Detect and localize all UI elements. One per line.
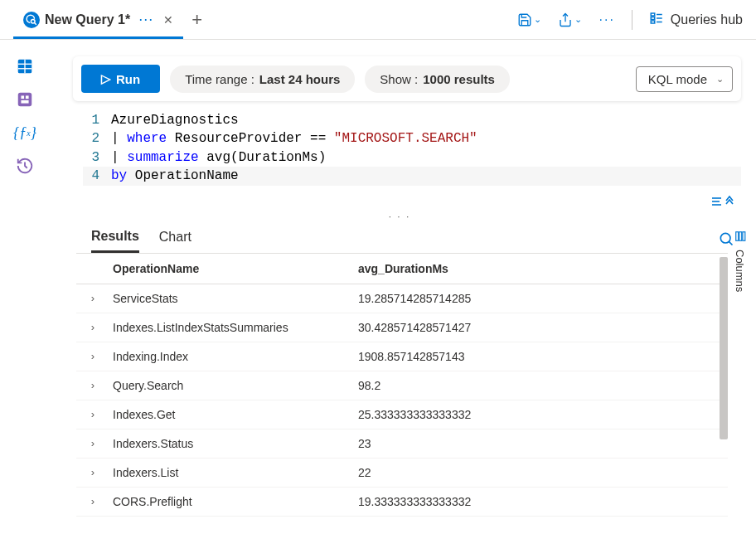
show-pill[interactable]: Show : 1000 results	[365, 66, 510, 93]
cell-avg: 25.333333333333332	[358, 408, 728, 421]
cell-avg: 30.428571428571427	[358, 321, 728, 334]
expand-icon[interactable]: ›	[76, 408, 109, 420]
table-row[interactable]: ›Indexing.Index1908.857142857143	[76, 342, 728, 371]
functions-icon[interactable]: {ƒx}	[15, 123, 35, 143]
table-row[interactable]: ›Indexers.Status23	[76, 429, 728, 459]
cell-operation: Query.Search	[109, 379, 358, 392]
cell-avg: 19.333333333333332	[358, 495, 728, 508]
show-value: 1000 results	[423, 72, 495, 86]
table-row[interactable]: ›Indexes.ListIndexStatsSummaries30.42857…	[76, 313, 728, 342]
table-row[interactable]: ›Query.Search98.2	[76, 371, 728, 400]
editor-line[interactable]: 2| where ResourceProvider == "MICROSOFT.…	[83, 129, 741, 148]
table-header: OperationName avg_DurationMs	[76, 254, 728, 284]
time-range-value: Last 24 hours	[259, 72, 341, 86]
expand-icon[interactable]: ›	[76, 350, 109, 362]
tab-strip: New Query 1* ··· ✕ +	[13, 1, 517, 39]
tab-title: New Query 1*	[45, 12, 130, 27]
queries-hub-button[interactable]: Queries hub	[649, 11, 743, 29]
table-row[interactable]: ›ServiceStats19.285714285714285	[76, 284, 728, 313]
svg-rect-4	[651, 21, 655, 23]
run-button[interactable]: ▷ Run	[81, 65, 160, 93]
collapse-bar	[50, 194, 749, 209]
save-button[interactable]: ⌄	[517, 12, 541, 27]
svg-rect-13	[21, 95, 24, 99]
expand-icon[interactable]: ›	[76, 437, 109, 449]
query-editor[interactable]: 1AzureDiagnostics2| where ResourceProvid…	[50, 111, 749, 194]
chevron-down-icon: ⌄	[716, 74, 724, 85]
main-area: {ƒx} ▷ Run Time range : Last 24 hours Sh…	[0, 40, 756, 558]
query-tab[interactable]: New Query 1* ··· ✕	[13, 1, 183, 39]
cell-operation: Indexers.Status	[109, 437, 358, 450]
expand-icon[interactable]: ›	[76, 379, 109, 391]
svg-rect-12	[18, 93, 32, 107]
expand-icon[interactable]: ›	[76, 292, 109, 304]
cell-operation: Indexes.ListIndexStatsSummaries	[109, 321, 358, 334]
expand-icon[interactable]: ›	[76, 321, 109, 333]
cell-operation: Indexers.List	[109, 466, 358, 479]
table-row[interactable]: ›CORS.Preflight19.333333333333332	[76, 488, 728, 517]
editor-line[interactable]: 3| summarize avg(DurationMs)	[83, 148, 741, 167]
chevron-down-icon: ⌄	[574, 14, 582, 25]
column-header-operation[interactable]: OperationName	[109, 262, 358, 275]
tab-chart[interactable]: Chart	[159, 230, 191, 251]
scrollbar-thumb[interactable]	[720, 257, 728, 439]
chevron-down-icon: ⌄	[534, 14, 541, 25]
line-number: 1	[83, 111, 111, 129]
expand-icon[interactable]: ›	[76, 495, 109, 507]
table-row[interactable]: ›Indexes.Get25.333333333333332	[76, 400, 728, 429]
cell-operation: ServiceStats	[109, 292, 358, 305]
time-range-label: Time range :	[185, 72, 254, 86]
new-tab-icon[interactable]: +	[191, 9, 202, 31]
editor-line[interactable]: 4by OperationName	[83, 167, 741, 185]
history-icon[interactable]	[15, 156, 35, 176]
split-handle[interactable]: · · ·	[50, 209, 749, 224]
more-icon[interactable]: ···	[598, 12, 614, 27]
close-icon[interactable]: ✕	[163, 13, 173, 27]
line-number: 4	[83, 167, 111, 185]
cell-avg: 1908.857142857143	[358, 350, 728, 363]
content: ▷ Run Time range : Last 24 hours Show : …	[50, 40, 756, 558]
mode-label: KQL mode	[648, 72, 707, 86]
cell-avg: 19.285714285714285	[358, 292, 728, 305]
results-table: OperationName avg_DurationMs ›ServiceSta…	[76, 253, 728, 558]
top-actions: ⌄ ⌄ ··· Queries hub	[517, 10, 743, 30]
query-toolbar: ▷ Run Time range : Last 24 hours Show : …	[73, 56, 741, 101]
editor-line[interactable]: 1AzureDiagnostics	[83, 111, 741, 129]
svg-rect-21	[735, 231, 738, 240]
svg-rect-15	[21, 100, 28, 104]
run-label: Run	[116, 72, 140, 86]
queries-hub-icon	[649, 11, 664, 29]
columns-icon	[734, 230, 746, 245]
columns-panel-toggle[interactable]: Columns	[730, 224, 749, 298]
queries-hub-label: Queries hub	[671, 12, 743, 27]
columns-label: Columns	[734, 250, 746, 292]
top-bar: New Query 1* ··· ✕ + ⌄ ⌄ ··· Queries hub	[0, 0, 756, 40]
svg-rect-14	[26, 95, 29, 99]
time-range-pill[interactable]: Time range : Last 24 hours	[170, 66, 355, 93]
collapse-icon[interactable]	[711, 196, 734, 207]
svg-rect-23	[742, 231, 744, 240]
queries-icon[interactable]	[15, 90, 35, 109]
tables-icon[interactable]	[15, 56, 35, 76]
show-label: Show :	[380, 72, 418, 86]
column-header-avg[interactable]: avg_DurationMs	[358, 262, 728, 275]
divider	[632, 10, 632, 30]
cell-avg: 98.2	[358, 379, 728, 392]
left-rail: {ƒx}	[0, 40, 50, 558]
table-row[interactable]: ›Indexers.List22	[76, 459, 728, 488]
cell-avg: 22	[358, 466, 728, 479]
line-number: 2	[83, 129, 111, 148]
svg-rect-2	[651, 13, 655, 16]
cell-operation: Indexes.Get	[109, 408, 358, 421]
tab-results[interactable]: Results	[91, 229, 139, 253]
results-tabs: Results Chart	[76, 224, 749, 253]
svg-point-0	[31, 19, 35, 23]
results-area: Results Chart OperationName avg_Duration…	[50, 224, 749, 558]
mode-select[interactable]: KQL mode ⌄	[636, 66, 733, 92]
tab-menu-icon[interactable]: ···	[138, 11, 153, 28]
expand-icon[interactable]: ›	[76, 466, 109, 478]
share-button[interactable]: ⌄	[558, 12, 582, 27]
svg-point-19	[720, 233, 730, 243]
cloud-search-icon	[23, 12, 40, 28]
line-number: 3	[83, 148, 111, 167]
